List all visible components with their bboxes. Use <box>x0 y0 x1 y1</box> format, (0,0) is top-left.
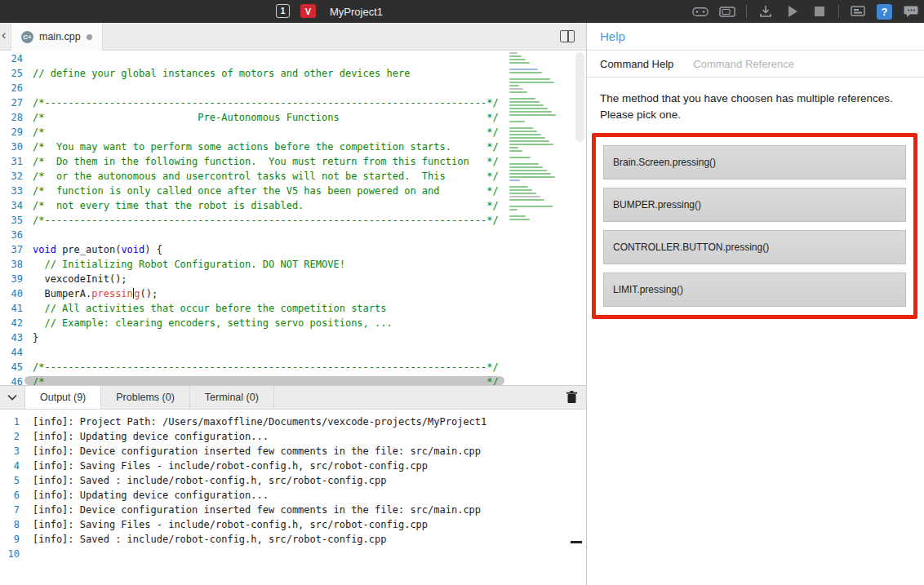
code-line[interactable]: // Initializing Robot Configuration. DO … <box>33 257 499 272</box>
clear-output-icon[interactable] <box>563 389 580 406</box>
panel-tabs: Output (9)Problems (0)Terminal (0) <box>24 386 274 409</box>
download-icon[interactable] <box>757 3 774 20</box>
code-line[interactable]: } <box>33 330 499 345</box>
minimap-stripe <box>509 170 547 171</box>
help-option[interactable]: CONTROLLER.BUTTON.pressing() <box>603 230 906 264</box>
output-line: [info]: Device configuration inserted fe… <box>33 503 486 517</box>
code-line[interactable]: /* Do them in the following function. Yo… <box>33 154 499 169</box>
output-scrollbar[interactable] <box>571 541 582 543</box>
minimap-stripe <box>509 157 531 158</box>
panel-tab-output[interactable]: Output (9) <box>24 386 101 409</box>
code-line[interactable]: /*--------------------------------------… <box>33 213 499 228</box>
minimap-stripe <box>509 196 540 197</box>
line-number: 43 <box>0 330 23 345</box>
line-number: 40 <box>0 286 23 301</box>
run-icon[interactable] <box>784 3 801 20</box>
code-line[interactable]: /* function is only called once after th… <box>33 184 499 198</box>
code-line[interactable]: // Example: clearing encoders, setting s… <box>33 316 499 330</box>
panel-tab-terminal[interactable]: Terminal (0) <box>190 386 274 409</box>
panel-tab-problems[interactable]: Problems (0) <box>101 386 190 409</box>
editor-vertical-scrollbar[interactable] <box>575 52 584 142</box>
toolbar-divider <box>838 5 839 18</box>
tabs-scroll-left-icon[interactable]: ‹ <box>2 28 6 42</box>
tab-command-reference[interactable]: Command Reference <box>693 58 794 70</box>
tab-command-help[interactable]: Command Help <box>600 58 673 70</box>
minimap-stripe <box>509 108 548 109</box>
minimap-stripe <box>509 179 520 181</box>
modified-dot-icon <box>87 34 92 40</box>
output-line: [info]: Saved : include/robot-config.h, … <box>33 532 486 547</box>
code-line[interactable]: /*--------------------------------------… <box>33 360 499 374</box>
code-line[interactable]: // All activities that occur before the … <box>33 301 499 316</box>
line-number: 35 <box>0 213 23 228</box>
code-line[interactable] <box>33 51 499 66</box>
output-line-number: 5 <box>0 473 20 488</box>
stop-icon[interactable] <box>811 3 828 20</box>
collapse-panel-icon[interactable] <box>0 386 24 409</box>
help-option[interactable]: BUMPER.pressing() <box>603 188 906 222</box>
minimap-stripe <box>509 104 544 106</box>
code-line[interactable]: /* Pre-Autonomous Functions */ <box>33 110 499 125</box>
help-option[interactable]: Brain.Screen.pressing() <box>603 145 906 179</box>
editor-tabbar: ‹ C+ main.cpp <box>0 23 586 51</box>
output-area[interactable]: 12345678910 [info]: Project Path: /Users… <box>0 410 586 585</box>
code-line[interactable]: /* */ <box>33 374 499 385</box>
help-title: Help <box>600 29 625 43</box>
code-line[interactable]: // define your global instances of motor… <box>33 66 499 81</box>
code-line[interactable]: BumperA.pressing(); <box>33 286 499 301</box>
help-tabs: Command Help Command Reference <box>587 51 924 78</box>
minimap-stripe <box>509 114 556 116</box>
output-line: [info]: Project Path: /Users/maxoffline/… <box>33 414 486 429</box>
help-option[interactable]: LIMIT.pressing() <box>603 273 906 307</box>
line-number: 39 <box>0 272 23 286</box>
minimap-stripe <box>509 111 552 113</box>
line-number: 36 <box>0 228 23 242</box>
output-line-number: 7 <box>0 503 20 517</box>
file-tab-main-cpp[interactable]: C+ main.cpp <box>11 23 103 51</box>
code-line[interactable]: void pre_auton(void) { <box>33 242 499 257</box>
minimap-stripe <box>509 215 526 217</box>
minimap-stripe <box>509 88 523 90</box>
output-line: [info]: Updating device configuration... <box>33 488 486 503</box>
minimap-stripe <box>509 137 545 139</box>
code-line[interactable] <box>33 81 499 95</box>
cpp-file-icon: C+ <box>21 31 33 43</box>
output-line-number: 10 <box>0 547 20 561</box>
code-line[interactable]: /* */ <box>33 125 499 140</box>
minimap-stripe <box>509 209 518 211</box>
minimap-stripe <box>509 131 537 132</box>
minimap-stripe <box>509 166 543 168</box>
minimap-stripe <box>509 163 539 165</box>
code-line[interactable]: /* or the autonomous and usercontrol tas… <box>33 169 499 184</box>
chat-icon[interactable] <box>903 3 919 20</box>
topbar: 1 V MyProject1 <box>0 0 924 23</box>
controller-icon[interactable] <box>692 3 709 20</box>
slot-number: 1 <box>281 7 286 16</box>
reference-picker: Brain.Screen.pressing()BUMPER.pressing()… <box>592 133 917 319</box>
line-number: 37 <box>0 242 23 257</box>
vex-logo-icon: V <box>300 4 316 18</box>
code-line[interactable]: vexcodeInit(); <box>33 272 499 286</box>
minimap-stripe <box>509 199 544 201</box>
code-line[interactable]: /*--------------------------------------… <box>33 95 499 110</box>
minimap-stripe <box>509 55 522 57</box>
device-screen-icon[interactable] <box>850 3 866 20</box>
output-line: [info]: Saving Files - include/robot-con… <box>33 517 486 532</box>
code-line[interactable]: /* You may want to perform some actions … <box>33 140 499 154</box>
brain-icon[interactable] <box>719 3 735 20</box>
split-editor-icon[interactable] <box>560 30 575 42</box>
code-editor[interactable]: 2425262728293031323334353637383940414243… <box>0 51 586 385</box>
code-line[interactable]: /* not every time that the robot is disa… <box>33 198 499 213</box>
minimap[interactable] <box>508 52 567 382</box>
code-line[interactable] <box>33 228 499 242</box>
minimap-stripe <box>509 193 536 194</box>
code-line[interactable] <box>33 345 499 360</box>
minimap-stripe <box>509 127 533 129</box>
topbar-actions: ? <box>692 0 919 23</box>
output-line-number: 4 <box>0 459 20 473</box>
minimap-stripe <box>509 52 518 54</box>
slot-badge[interactable]: 1 <box>276 4 290 18</box>
editor-code: // define your global instances of motor… <box>33 51 499 385</box>
help-icon[interactable]: ? <box>877 4 892 20</box>
line-number: 42 <box>0 316 23 330</box>
